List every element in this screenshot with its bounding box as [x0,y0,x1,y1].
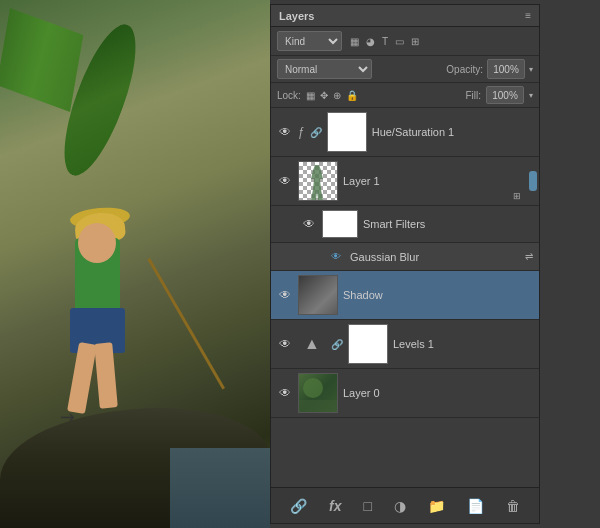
hue-sat-icons: ƒ [298,125,305,139]
layer-name: Shadow [343,289,533,301]
girl-figure [45,208,155,438]
gaussian-blur-row[interactable]: 👁 Gaussian Blur ⇌ [271,243,539,271]
fishing-rod [147,258,225,389]
gaussian-blur-label: Gaussian Blur [350,251,419,263]
layer-info: Shadow [343,289,533,301]
opacity-input[interactable] [487,59,525,79]
main-container: ↗ Layers ≡ Kind ▦ ◕ T ▭ ⊞ Normal [0,0,600,528]
layer-name: Layer 0 [343,387,533,399]
smart-filters-header-row[interactable]: 👁 Smart Filters [271,206,539,243]
layer-row[interactable]: 👁 Layer 1 ⊞ [271,157,539,206]
visibility-icon[interactable]: 👁 [277,174,293,188]
shadow-thumbnail [298,275,338,315]
layer-name: Hue/Saturation 1 [372,126,533,138]
blend-mode-select[interactable]: Normal [277,59,372,79]
levels-mask-thumbnail [348,324,388,364]
layer-name: Layer 1 [343,175,533,187]
head [78,223,116,263]
kind-row: Kind ▦ ◕ T ▭ ⊞ [271,27,539,56]
panel-title: Layers [279,10,314,22]
opacity-dropdown-arrow[interactable]: ▾ [529,65,533,74]
visibility-icon[interactable]: 👁 [277,288,293,302]
photo-background: ↗ [0,0,270,528]
fill-label: Fill: [465,90,481,101]
fx-button[interactable]: fx [325,496,345,516]
lock-all-icon[interactable]: 🔒 [346,90,358,101]
layer-info: Hue/Saturation 1 [372,126,533,138]
link-layers-button[interactable]: 🔗 [286,496,311,516]
adjust-icon[interactable]: ⇌ [525,251,533,262]
smart-filters-thumbnail [322,210,358,238]
visibility-icon[interactable]: 👁 [277,386,293,400]
eye-icon-gaussian[interactable]: 👁 [331,251,345,262]
delete-layer-button[interactable]: 🗑 [502,496,524,516]
chain-icon: 🔗 [331,339,343,350]
smart-filter-icon2[interactable]: ⊞ [409,35,421,48]
layer-info: Layer 0 [343,387,533,399]
adjustment-layer-button[interactable]: ◑ [390,496,410,516]
chain-icon: 🔗 [310,127,322,138]
new-group-button[interactable]: 📁 [424,496,449,516]
layer0-bottom [299,400,337,412]
levels-layer-row[interactable]: 👁 ▲ 🔗 Levels 1 [271,320,539,369]
layer-0-row[interactable]: 👁 Layer 0 [271,369,539,418]
layer0-circle [303,378,323,398]
visibility-icon[interactable]: 👁 [301,217,317,231]
layer-0-thumbnail [298,373,338,413]
layers-list: 👁 ƒ 🔗 Hue/Saturation 1 👁 [271,108,539,487]
shape-filter-icon[interactable]: ▭ [393,35,406,48]
smart-filter-badge: ⊞ [513,191,521,201]
hue-curve-icon: ƒ [298,125,305,139]
layer-thumbnail [298,161,338,201]
add-mask-button[interactable]: □ [359,496,375,516]
type-filter-icon[interactable]: T [380,35,390,48]
panel-header: Layers ≡ [271,5,539,27]
visibility-icon[interactable]: 👁 [277,337,293,351]
layer-info: Layer 1 [343,175,533,187]
scroll-thumb[interactable] [529,171,537,191]
fill-input[interactable] [486,86,524,104]
layers-panel: Layers ≡ Kind ▦ ◕ T ▭ ⊞ Normal Opacity: … [270,4,540,524]
fill-dropdown-arrow[interactable]: ▾ [529,91,533,100]
shadow-layer-row[interactable]: 👁 Shadow [271,271,539,320]
opacity-label: Opacity: [446,64,483,75]
layer-name: Levels 1 [393,338,533,350]
lock-move-icon[interactable]: ✥ [320,90,328,101]
kind-icons: ▦ ◕ T ▭ ⊞ [348,35,421,48]
kind-select[interactable]: Kind [277,31,342,51]
layer-row[interactable]: 👁 ƒ 🔗 Hue/Saturation 1 [271,108,539,157]
water [170,448,270,528]
layer-info: Levels 1 [393,338,533,350]
blend-row: Normal Opacity: ▾ [271,56,539,83]
lock-row: Lock: ▦ ✥ ⊕ 🔒 Fill: ▾ [271,83,539,108]
panel-menu-icon[interactable]: ≡ [525,10,531,21]
hue-sat-mask-thumbnail [327,112,367,152]
adjustment-filter-icon[interactable]: ◕ [364,35,377,48]
new-layer-button[interactable]: 📄 [463,496,488,516]
lock-artboard-icon[interactable]: ⊕ [333,90,341,101]
lock-checkerboard-icon[interactable]: ▦ [306,90,315,101]
levels-histogram-icon: ▲ [298,330,326,358]
visibility-icon[interactable]: 👁 [277,125,293,139]
smart-filters-label: Smart Filters [363,218,425,230]
pixel-filter-icon[interactable]: ▦ [348,35,361,48]
girl-silhouette-thumb [307,165,327,200]
panel-footer: 🔗 fx □ ◑ 📁 📄 🗑 [271,487,539,523]
lock-label: Lock: [277,90,301,101]
